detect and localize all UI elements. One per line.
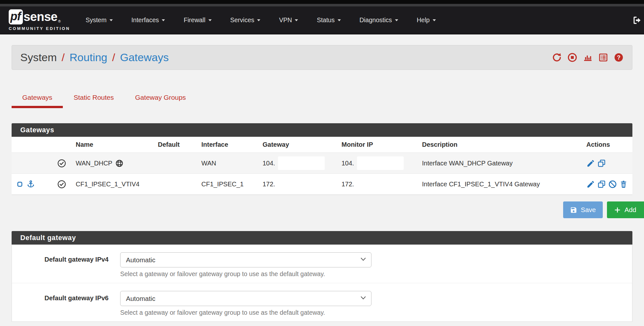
gateways-panel: Gateways Name Default Interface Gateway … (12, 123, 632, 195)
navbar: pf sense ® COMMUNITY EDITION System Inte… (0, 6, 644, 34)
nav-firewall[interactable]: Firewall (184, 16, 211, 24)
window-title-strip (0, 4, 644, 6)
actions-cell (582, 159, 632, 168)
breadcrumb-system: System (20, 51, 57, 64)
column-actions: Actions (582, 141, 632, 148)
check-circle-icon (57, 180, 66, 189)
plus-icon (614, 206, 621, 214)
svg-text:?: ? (617, 54, 620, 61)
breadcrumb-bar: System / Routing / Gateways (12, 45, 632, 70)
table-row: CF1_IPSEC_1_VTIV4 CF1_IPSEC_1 172. 172. … (12, 174, 632, 195)
table-row: WAN_DHCP WAN 104. 104. Inte (12, 153, 632, 174)
square-icon (17, 181, 23, 187)
community-edition-tagline: COMMUNITY EDITION (9, 26, 70, 31)
column-name: Name (71, 141, 153, 148)
gateway-interface-cell: WAN (197, 160, 258, 167)
tab-gateways[interactable]: Gateways (12, 88, 63, 108)
check-circle-icon (57, 159, 66, 168)
default-gateway-ipv6-label: Default gateway IPv6 (12, 291, 109, 316)
nav-diagnostics[interactable]: Diagnostics (360, 16, 398, 24)
refresh-icon[interactable] (552, 52, 562, 62)
default-gateway-ipv4-select[interactable]: Automatic (120, 252, 371, 267)
default-gateway-form: Default gateway IPv4 Automatic Select a … (12, 245, 632, 322)
log-icon[interactable] (598, 52, 608, 62)
nav-interfaces[interactable]: Interfaces (131, 16, 165, 24)
copy-icon[interactable] (597, 180, 606, 189)
chevron-down-icon (433, 19, 436, 23)
window-top-strip (0, 0, 644, 4)
tab-bar: Gateways Static Routes Gateway Groups (12, 88, 632, 108)
nav-status[interactable]: Status (317, 16, 341, 24)
nav-vpn[interactable]: VPN (279, 16, 298, 24)
breadcrumb-gateways-link[interactable]: Gateways (120, 51, 168, 64)
default-gateway-ipv4-label: Default gateway IPv4 (12, 252, 109, 278)
chevron-down-icon (257, 19, 260, 23)
chevron-down-icon (338, 19, 341, 23)
chevron-down-icon (162, 19, 165, 23)
pfsense-logo-sense: sense (24, 10, 57, 24)
help-text: Select a gateway or failover gateway gro… (120, 270, 371, 278)
gateway-address-cell: 104. (258, 156, 337, 170)
default-gateway-ipv6-select[interactable]: Automatic (120, 291, 371, 306)
copy-icon[interactable] (597, 159, 606, 168)
breadcrumb-routing-link[interactable]: Routing (70, 51, 107, 64)
redacted-value (357, 156, 404, 170)
help-icon[interactable]: ? (614, 52, 624, 62)
save-icon (570, 206, 577, 214)
form-row-ipv4: Default gateway IPv4 Automatic Select a … (12, 245, 632, 283)
gateway-address-cell: 172. (258, 181, 337, 188)
form-row-ipv6: Default gateway IPv6 Automatic Select a … (12, 283, 632, 321)
table-buttons: Save Add (12, 201, 644, 218)
pfsense-logo-pf: pf (9, 9, 23, 24)
anchor-icon (26, 180, 35, 189)
chevron-down-icon (110, 19, 113, 23)
edit-icon[interactable] (586, 159, 595, 168)
disable-icon[interactable] (608, 180, 617, 189)
add-button[interactable]: Add (607, 201, 644, 218)
breadcrumb: System / Routing / Gateways (20, 51, 169, 64)
table-header-row: Name Default Interface Gateway Monitor I… (12, 137, 632, 153)
row-indicator-icons (12, 180, 52, 189)
column-gateway: Gateway (258, 141, 337, 148)
edit-icon[interactable] (586, 180, 595, 189)
gateways-panel-title: Gateways (12, 123, 632, 137)
redacted-value (278, 156, 325, 170)
gateway-status-cell (52, 180, 71, 189)
column-interface: Interface (197, 141, 258, 148)
help-text: Select a gateway or failover gateway gro… (120, 309, 371, 316)
description-cell: Interface CF1_IPSEC_1_VTIV4 Gateway (418, 181, 582, 188)
column-description: Description (418, 141, 582, 148)
registered-mark: ® (58, 19, 61, 23)
breadcrumb-separator: / (112, 51, 115, 64)
nav-services[interactable]: Services (230, 16, 261, 24)
default-gateway-panel: Default gateway Default gateway IPv4 Aut… (12, 231, 632, 322)
nav-system[interactable]: System (86, 16, 113, 24)
breadcrumb-separator: / (62, 51, 64, 64)
gateway-status-cell (52, 159, 71, 168)
description-cell: Interface WAN_DHCP Gateway (418, 160, 582, 167)
gateway-name-cell: WAN_DHCP (71, 159, 153, 167)
monitor-ip-cell: 172. (337, 181, 418, 188)
tab-static-routes[interactable]: Static Routes (63, 88, 124, 108)
default-gateway-panel-title: Default gateway (12, 231, 632, 245)
sign-out-icon[interactable] (632, 15, 643, 26)
chevron-down-icon (295, 19, 298, 23)
column-default: Default (153, 141, 197, 148)
save-button[interactable]: Save (563, 201, 603, 218)
page-action-icons: ? (552, 52, 624, 62)
gateway-interface-cell: CF1_IPSEC_1 (197, 181, 258, 188)
actions-cell (582, 180, 632, 189)
chart-icon[interactable] (583, 52, 593, 62)
stop-icon[interactable] (567, 52, 577, 62)
pfsense-logo[interactable]: pf sense ® COMMUNITY EDITION (9, 9, 70, 31)
globe-icon (115, 159, 123, 167)
nav-help[interactable]: Help (417, 16, 436, 24)
tab-gateway-groups[interactable]: Gateway Groups (124, 88, 197, 108)
chevron-down-icon (208, 19, 212, 23)
main-menu: System Interfaces Firewall Services VPN … (86, 16, 436, 24)
page-content: System / Routing / Gateways (0, 45, 644, 322)
monitor-ip-cell: 104. (337, 156, 418, 170)
column-monitor-ip: Monitor IP (337, 141, 418, 148)
delete-icon[interactable] (619, 180, 628, 189)
chevron-down-icon (395, 19, 398, 23)
